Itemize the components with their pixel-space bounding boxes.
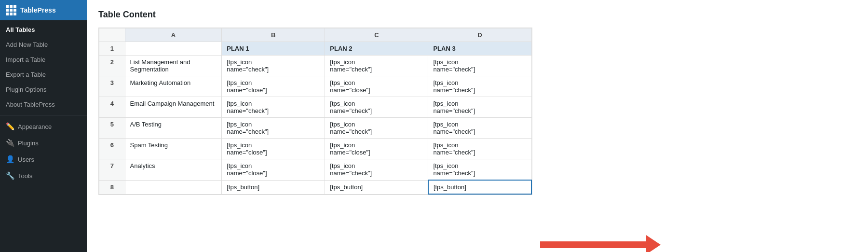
cell-1a[interactable] [125, 42, 222, 56]
cell-2b[interactable]: [tps_iconname="check"] [222, 56, 325, 76]
tablepress-logo-icon [6, 5, 16, 15]
cell-3a[interactable]: Marketing Automation [125, 76, 222, 97]
sidebar-divider-1 [0, 115, 87, 115]
cell-6b[interactable]: [tps_iconname="close"] [222, 139, 325, 159]
tools-label: Tools [18, 172, 32, 180]
arrow-head-icon [646, 235, 661, 252]
sidebar-item-add-new[interactable]: Add New Table [0, 37, 87, 52]
cell-8a[interactable] [125, 180, 222, 194]
sidebar-nav: All Tables Add New Table Import a Table … [0, 20, 87, 252]
sidebar-item-about[interactable]: About TablePress [0, 97, 87, 112]
table-row: 6 Spam Testing [tps_iconname="close"] [t… [99, 139, 532, 159]
row-num-1: 1 [99, 42, 125, 56]
arrow-shaft [540, 241, 646, 248]
sidebar-item-plugins[interactable]: 🔌 Plugins [0, 135, 87, 151]
col-c-header: C [325, 28, 428, 42]
users-icon: 👤 [6, 155, 15, 164]
red-arrow-group [540, 235, 661, 252]
cell-8d-focused[interactable]: [tps_button] [428, 180, 531, 194]
cell-2a[interactable]: List Management and Segmentation [125, 56, 222, 76]
about-label: About TablePress [6, 101, 55, 108]
row-num-4: 4 [99, 97, 125, 118]
sidebar-item-all-tables[interactable]: All Tables [0, 22, 87, 37]
cell-4b[interactable]: [tps_iconname="check"] [222, 97, 325, 118]
sidebar-brand[interactable]: TablePress [0, 0, 87, 20]
cell-7a[interactable]: Analytics [125, 159, 222, 181]
cell-5c[interactable]: [tps_iconname="check"] [325, 118, 428, 139]
table-content-wrapper: A B C D 1 PLAN 1 PLAN 2 PLAN 3 [98, 28, 532, 195]
cell-8c[interactable]: [tps_button] [325, 180, 428, 194]
cell-1c[interactable]: PLAN 2 [325, 42, 428, 56]
cell-2d[interactable]: [tps_iconname="check"] [428, 56, 531, 76]
sidebar: TablePress All Tables Add New Table Impo… [0, 0, 87, 252]
cell-3c[interactable]: [tps_iconname="close"] [325, 76, 428, 97]
cell-7b[interactable]: [tps_iconname="close"] [222, 159, 325, 181]
table-content: A B C D 1 PLAN 1 PLAN 2 PLAN 3 [99, 28, 532, 195]
main-content: Table Content A B C D 1 [87, 0, 868, 252]
cell-1d[interactable]: PLAN 3 [428, 42, 531, 56]
column-header-row: A B C D [99, 28, 532, 42]
row-num-6: 6 [99, 139, 125, 159]
row-num-5: 5 [99, 118, 125, 139]
cell-4c[interactable]: [tps_iconname="check"] [325, 97, 428, 118]
table-row: 4 Email Campaign Management [tps_iconnam… [99, 97, 532, 118]
col-b-header: B [222, 28, 325, 42]
plugin-options-label: Plugin Options [6, 86, 47, 93]
col-d-header: D [428, 28, 531, 42]
plugins-icon: 🔌 [6, 139, 15, 147]
cell-6d[interactable]: [tps_iconname="check"] [428, 139, 531, 159]
corner-cell [99, 28, 125, 42]
export-label: Export a Table [6, 71, 46, 78]
cell-3d[interactable]: [tps_iconname="check"] [428, 76, 531, 97]
sidebar-item-appearance[interactable]: ✏️ Appearance [0, 118, 87, 135]
table-row: 8 [tps_button] [tps_button] [tps_button] [99, 180, 532, 194]
cell-7c[interactable]: [tps_iconname="check"] [325, 159, 428, 181]
row-num-8: 8 [99, 180, 125, 194]
col-a-header: A [125, 28, 222, 42]
cell-4d[interactable]: [tps_iconname="check"] [428, 97, 531, 118]
cell-8b[interactable]: [tps_button] [222, 180, 325, 194]
row-num-3: 3 [99, 76, 125, 97]
add-new-label: Add New Table [6, 41, 48, 48]
cell-1b[interactable]: PLAN 1 [222, 42, 325, 56]
appearance-label: Appearance [18, 123, 52, 130]
brand-name: TablePress [20, 6, 56, 14]
plugins-label: Plugins [18, 140, 39, 147]
cell-4a[interactable]: Email Campaign Management [125, 97, 222, 118]
cell-6a[interactable]: Spam Testing [125, 139, 222, 159]
appearance-icon: ✏️ [6, 122, 15, 131]
sidebar-item-import[interactable]: Import a Table [0, 52, 87, 67]
tools-icon: 🔧 [6, 171, 15, 180]
all-tables-label: All Tables [6, 26, 35, 33]
table-row: 1 PLAN 1 PLAN 2 PLAN 3 [99, 42, 532, 56]
table-row: 3 Marketing Automation [tps_iconname="cl… [99, 76, 532, 97]
sidebar-item-tools[interactable]: 🔧 Tools [0, 168, 87, 184]
cell-6c[interactable]: [tps_iconname="close"] [325, 139, 428, 159]
cell-2c[interactable]: [tps_iconname="check"] [325, 56, 428, 76]
cell-5a[interactable]: A/B Testing [125, 118, 222, 139]
page-title: Table Content [98, 10, 856, 20]
sidebar-item-users[interactable]: 👤 Users [0, 151, 87, 168]
row-num-2: 2 [99, 56, 125, 76]
cell-5d[interactable]: [tps_iconname="check"] [428, 118, 531, 139]
import-label: Import a Table [6, 56, 45, 63]
users-label: Users [18, 156, 34, 163]
sidebar-item-export[interactable]: Export a Table [0, 67, 87, 82]
table-row: 5 A/B Testing [tps_iconname="check"] [tp… [99, 118, 532, 139]
table-row: 2 List Management and Segmentation [tps_… [99, 56, 532, 76]
row-num-7: 7 [99, 159, 125, 181]
cell-3b[interactable]: [tps_iconname="close"] [222, 76, 325, 97]
cell-5b[interactable]: [tps_iconname="check"] [222, 118, 325, 139]
sidebar-item-plugin-options[interactable]: Plugin Options [0, 82, 87, 97]
table-row: 7 Analytics [tps_iconname="close"] [tps_… [99, 159, 532, 181]
arrow-container [540, 235, 661, 252]
cell-7d[interactable]: [tps_iconname="check"] [428, 159, 531, 181]
